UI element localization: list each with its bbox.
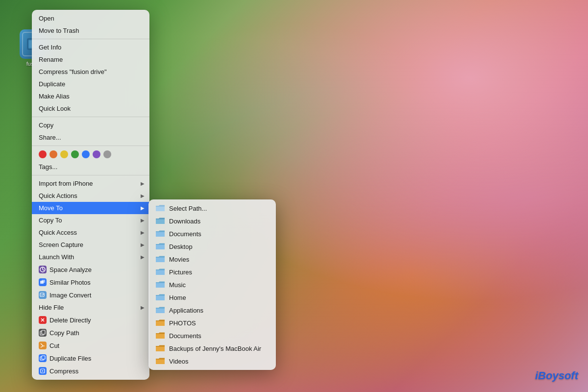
menu-item-cut[interactable]: Cut — [32, 339, 149, 352]
folder-icon — [155, 319, 165, 327]
arrow-icon: ▶ — [141, 205, 145, 211]
folder-icon — [155, 204, 165, 212]
menu-item-duplicate[interactable]: Duplicate — [32, 78, 149, 90]
menu-item-quick-look[interactable]: Quick Look — [32, 102, 149, 115]
context-menu: Open Move to Trash Get Info Rename Compr… — [32, 10, 149, 380]
submenu-item-music[interactable]: Music — [148, 278, 276, 291]
arrow-icon: ▶ — [141, 230, 145, 235]
arrow-icon: ▶ — [141, 193, 145, 198]
svg-rect-9 — [42, 330, 45, 334]
menu-item-duplicate-files[interactable]: Duplicate Files — [32, 352, 149, 365]
menu-item-compress[interactable]: Compress "fusion drive" — [32, 66, 149, 78]
submenu-item-downloads[interactable]: Downloads — [148, 215, 276, 227]
menu-item-share[interactable]: Share... — [32, 131, 149, 144]
menu-item-get-info[interactable]: Get Info — [32, 41, 149, 53]
submenu-item-documents2[interactable]: Documents — [148, 329, 276, 342]
folder-icon — [155, 255, 165, 263]
folder-icon — [155, 344, 165, 352]
similar-photos-icon — [39, 278, 47, 286]
separator-4 — [32, 175, 149, 175]
submenu-item-photos[interactable]: PHOTOS — [148, 317, 276, 329]
menu-item-image-convert[interactable]: Image Convert — [32, 289, 149, 301]
folder-icon — [155, 230, 165, 238]
iboysoft-logo: iBoysoft — [535, 369, 578, 382]
arrow-icon: ▶ — [141, 254, 145, 260]
menu-item-make-alias[interactable]: Make Alias — [32, 90, 149, 102]
svg-rect-11 — [42, 356, 45, 359]
menu-item-similar-photos[interactable]: Similar Photos — [32, 276, 149, 289]
menu-item-move-to-trash[interactable]: Move to Trash — [32, 24, 149, 37]
menu-item-quick-access[interactable]: Quick Access ▶ — [32, 226, 149, 239]
image-convert-icon — [39, 291, 47, 299]
cut-icon — [39, 342, 47, 349]
submenu-item-backups[interactable]: Backups of Jenny's MacBook Air — [148, 342, 276, 355]
separator-2 — [32, 117, 149, 117]
submenu-item-pictures[interactable]: Pictures — [148, 266, 276, 278]
menu-item-rename[interactable]: Rename — [32, 53, 149, 66]
folder-icon — [155, 281, 165, 289]
menu-item-delete-directly[interactable]: Delete Directly — [32, 314, 149, 326]
folder-icon — [155, 268, 165, 276]
submenu-item-home[interactable]: Home — [148, 291, 276, 304]
menu-item-launch-with[interactable]: Launch With ▶ — [32, 251, 149, 263]
folder-icon — [155, 294, 165, 301]
delete-directly-icon — [39, 316, 47, 324]
arrow-icon: ▶ — [141, 305, 145, 310]
space-analyze-icon — [39, 266, 47, 273]
submenu-item-select-path[interactable]: Select Path... — [148, 202, 276, 215]
menu-item-quick-actions[interactable]: Quick Actions ▶ — [32, 190, 149, 202]
color-tag-blue[interactable] — [82, 150, 90, 158]
arrow-icon: ▶ — [141, 218, 145, 223]
menu-item-copy-path[interactable]: Copy Path — [32, 326, 149, 339]
color-tag-orange[interactable] — [49, 150, 57, 158]
copy-path-icon — [39, 329, 47, 337]
color-tag-yellow[interactable] — [60, 150, 68, 158]
separator-1 — [32, 39, 149, 39]
submenu-item-videos[interactable]: Videos — [148, 355, 276, 368]
color-tag-gray[interactable] — [103, 150, 111, 158]
submenu-move-to: Select Path... Downloads Documents Deskt… — [148, 199, 276, 370]
menu-item-open[interactable]: Open — [32, 12, 149, 24]
folder-icon — [155, 243, 165, 250]
duplicate-files-icon — [39, 354, 47, 362]
compress-icon — [39, 367, 47, 375]
folder-icon — [155, 357, 165, 365]
folder-icon — [155, 217, 165, 225]
menu-item-space-analyze[interactable]: Space Analyze — [32, 263, 149, 276]
menu-item-import-from-iphone[interactable]: Import from iPhone ▶ — [32, 177, 149, 190]
color-tag-green[interactable] — [71, 150, 79, 158]
color-tag-red[interactable] — [39, 150, 47, 158]
submenu-item-desktop[interactable]: Desktop — [148, 240, 276, 253]
arrow-icon: ▶ — [141, 181, 145, 186]
color-tags-row — [32, 148, 149, 161]
menu-item-hide-file[interactable]: Hide File ▶ — [32, 301, 149, 314]
folder-icon — [155, 306, 165, 314]
menu-item-copy[interactable]: Copy — [32, 119, 149, 131]
submenu-item-applications[interactable]: Applications — [148, 304, 276, 317]
arrow-icon: ▶ — [141, 242, 145, 247]
color-tag-purple[interactable] — [93, 150, 100, 158]
menu-item-tags[interactable]: Tags... — [32, 161, 149, 173]
menu-item-copy-to[interactable]: Copy To ▶ — [32, 214, 149, 226]
separator-3 — [32, 146, 149, 146]
folder-icon — [155, 332, 165, 340]
svg-rect-6 — [42, 280, 45, 283]
menu-item-compress-item[interactable]: Compress — [32, 365, 149, 377]
menu-item-move-to[interactable]: Move To ▶ Select Path... Downloads Docu — [32, 202, 149, 214]
submenu-item-movies[interactable]: Movies — [148, 253, 276, 266]
submenu-item-documents[interactable]: Documents — [148, 227, 276, 240]
menu-item-screen-capture[interactable]: Screen Capture ▶ — [32, 239, 149, 251]
